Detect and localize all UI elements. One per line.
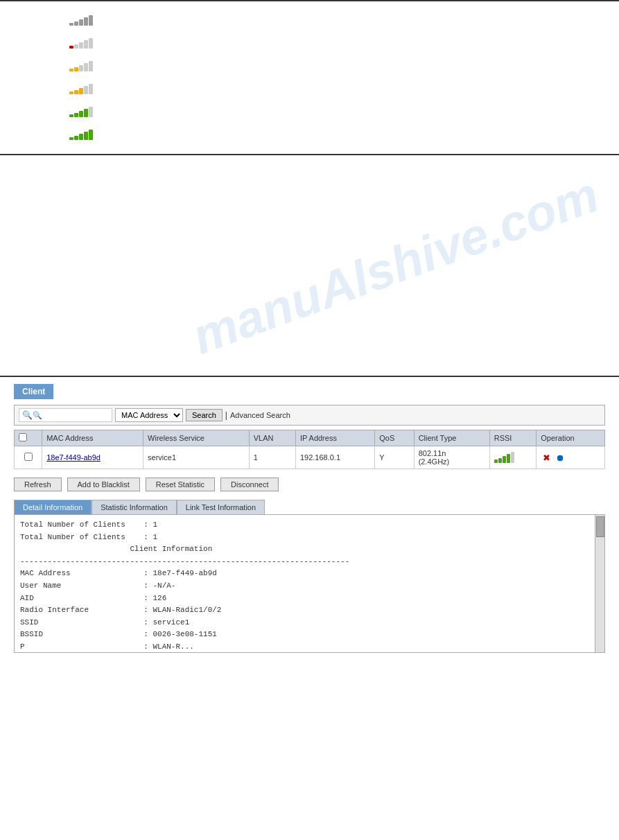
legend-row-signal-0 xyxy=(69,38,550,49)
signal-icon-signal-1 xyxy=(69,61,111,71)
legend-row-signal-1 xyxy=(69,61,550,71)
rssi-bar-2 xyxy=(498,458,502,463)
signal-icon-signal-4 xyxy=(69,130,111,140)
col-client-type: Client Type xyxy=(414,430,489,446)
bar-3 xyxy=(79,88,83,94)
row-rssi xyxy=(489,446,537,469)
legend-row-signal-2 xyxy=(69,84,550,94)
bar-2 xyxy=(74,21,78,26)
bar-4 xyxy=(84,109,88,117)
tab-detail-information[interactable]: Detail Information xyxy=(14,500,91,514)
col-qos: QoS xyxy=(375,430,414,446)
signal-icon-signal-3 xyxy=(69,107,111,117)
reset-statistic-button[interactable]: Reset Statistic xyxy=(146,478,215,491)
rssi-bars xyxy=(494,452,532,463)
advanced-search-link[interactable]: Advanced Search xyxy=(230,411,290,419)
bar-1 xyxy=(69,69,73,71)
row-service: service1 xyxy=(143,446,250,469)
detail-info-box: Total Number of Clients : 1 Total Number… xyxy=(14,514,605,653)
search-bar: 🔍 MAC Address IP Address User Name Searc… xyxy=(14,405,605,426)
bar-4 xyxy=(84,86,88,94)
page-container: manuAlshive.com Client 🔍 MAC Address IP … xyxy=(0,0,619,840)
bar-2 xyxy=(74,136,78,140)
signal-icon-signal-0 xyxy=(69,38,111,49)
bar-2 xyxy=(74,67,78,71)
mac-link[interactable]: 18e7-f449-ab9d xyxy=(46,453,101,462)
action-buttons: Refresh Add to Blacklist Reset Statistic… xyxy=(14,475,605,494)
rssi-bar-4 xyxy=(507,454,510,463)
bar-1 xyxy=(69,91,73,94)
row-operation: ✖ ⏺ xyxy=(537,446,605,469)
bar-5 xyxy=(89,84,93,94)
scrollbar-track[interactable] xyxy=(595,515,604,652)
client-panel-header: Client xyxy=(14,384,53,399)
col-mac: MAC Address xyxy=(42,430,143,446)
bar-5 xyxy=(89,107,93,117)
legend-section xyxy=(0,0,619,155)
legend-row-no-signal xyxy=(69,15,550,26)
operation-icons: ✖ ⏺ xyxy=(541,452,600,463)
disconnect-button[interactable]: Disconnect xyxy=(220,478,279,491)
detail-info-content: Total Number of Clients : 1 Total Number… xyxy=(20,519,599,653)
col-ip: IP Address xyxy=(295,430,374,446)
row-checkbox[interactable] xyxy=(24,453,33,461)
bar-4 xyxy=(84,17,88,26)
bar-5 xyxy=(89,130,93,140)
row-mac[interactable]: 18e7-f449-ab9d xyxy=(42,446,143,469)
rssi-bar-5 xyxy=(511,452,514,463)
bar-5 xyxy=(89,38,93,49)
bar-2 xyxy=(74,44,78,49)
select-all-checkbox[interactable] xyxy=(19,433,27,441)
info-icon[interactable]: ⏺ xyxy=(555,452,566,463)
row-qos: Y xyxy=(375,446,414,469)
tab-link-test-information[interactable]: Link Test Information xyxy=(177,500,265,514)
add-blacklist-button[interactable]: Add to Blacklist xyxy=(67,478,140,491)
signal-icon-no-signal xyxy=(69,15,111,26)
search-magnifier-icon: 🔍 xyxy=(22,410,33,420)
row-checkbox-cell[interactable] xyxy=(15,446,42,469)
tab-statistic-information[interactable]: Statistic Information xyxy=(91,500,177,514)
bar-3 xyxy=(79,65,83,71)
bar-1 xyxy=(69,137,73,140)
bar-5 xyxy=(89,15,93,26)
bar-3 xyxy=(79,42,83,49)
table-header-row: MAC Address Wireless Service VLAN IP Add… xyxy=(15,430,605,446)
rssi-bar-3 xyxy=(503,456,506,463)
watermark: manuAlshive.com xyxy=(184,166,605,365)
bar-1 xyxy=(69,46,73,49)
table-row: 18e7-f449-ab9d service1 1 192.168.0.1 Y … xyxy=(15,446,605,469)
client-table: MAC Address Wireless Service VLAN IP Add… xyxy=(14,430,605,469)
legend-row-signal-3 xyxy=(69,107,550,117)
search-type-select[interactable]: MAC Address IP Address User Name xyxy=(115,408,183,422)
col-operation: Operation xyxy=(537,430,605,446)
row-client-type: 802.11n(2.4GHz) xyxy=(414,446,489,469)
signal-icon-signal-2 xyxy=(69,84,111,94)
bar-3 xyxy=(79,134,83,140)
bar-2 xyxy=(74,90,78,94)
separator: | xyxy=(225,410,227,420)
col-service: Wireless Service xyxy=(143,430,250,446)
row-ip: 192.168.0.1 xyxy=(295,446,374,469)
search-button[interactable]: Search xyxy=(186,409,223,421)
bar-1 xyxy=(69,114,73,117)
search-input-wrapper[interactable]: 🔍 xyxy=(19,408,112,422)
refresh-button[interactable]: Refresh xyxy=(14,478,62,491)
col-rssi: RSSI xyxy=(489,430,537,446)
client-panel: Client 🔍 MAC Address IP Address User Nam… xyxy=(14,384,605,653)
bar-3 xyxy=(79,19,83,26)
bar-4 xyxy=(84,132,88,140)
bar-4 xyxy=(84,63,88,71)
bar-3 xyxy=(79,111,83,117)
search-input[interactable] xyxy=(33,411,109,419)
bar-1 xyxy=(69,23,73,26)
bar-5 xyxy=(89,61,93,71)
scrollbar-thumb[interactable] xyxy=(596,516,604,537)
block-icon[interactable]: ✖ xyxy=(541,452,552,463)
col-vlan: VLAN xyxy=(249,430,295,446)
bar-4 xyxy=(84,40,88,49)
bar-2 xyxy=(74,113,78,117)
tab-row: Detail Information Statistic Information… xyxy=(14,500,605,514)
row-vlan: 1 xyxy=(249,446,295,469)
col-checkbox xyxy=(15,430,42,446)
rssi-bar-1 xyxy=(494,460,498,463)
